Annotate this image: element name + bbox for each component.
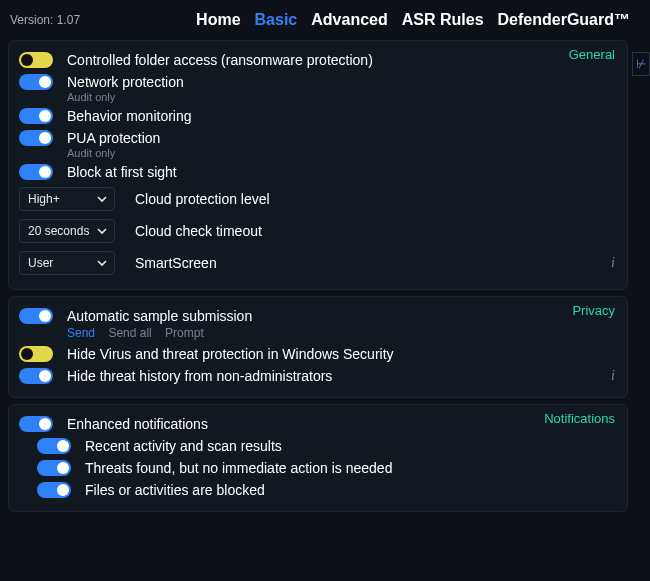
label-enhanced-notifications: Enhanced notifications [67, 416, 208, 432]
toggle-behavior-monitoring[interactable] [19, 108, 53, 124]
auto-submit-sublinks: Send Send all Prompt [67, 326, 617, 340]
toggle-recent-activity[interactable] [37, 438, 71, 454]
label-controlled-folder: Controlled folder access (ransomware pro… [67, 52, 373, 68]
nav-asr-rules[interactable]: ASR Rules [402, 11, 484, 29]
toggle-threats-found[interactable] [37, 460, 71, 476]
nav-home[interactable]: Home [196, 11, 240, 29]
nav-advanced[interactable]: Advanced [311, 11, 387, 29]
version-label: Version: 1.07 [10, 13, 80, 27]
row-smartscreen: User SmartScreen i [19, 247, 617, 279]
row-network-protection: Network protection [19, 71, 617, 93]
label-hide-virus: Hide Virus and threat protection in Wind… [67, 346, 394, 362]
row-block-first-sight: Block at first sight [19, 161, 617, 183]
label-cloud-level: Cloud protection level [135, 191, 270, 207]
row-hide-virus: Hide Virus and threat protection in Wind… [19, 343, 617, 365]
toggle-controlled-folder[interactable] [19, 52, 53, 68]
label-cloud-timeout: Cloud check timeout [135, 223, 262, 239]
row-files-blocked: Files or activities are blocked [19, 479, 617, 501]
label-files-blocked: Files or activities are blocked [85, 482, 265, 498]
main-nav: Home Basic Advanced ASR Rules DefenderGu… [196, 11, 640, 29]
toggle-files-blocked[interactable] [37, 482, 71, 498]
label-network-protection: Network protection [67, 74, 184, 90]
dropdown-cloud-level[interactable]: High+ [19, 187, 115, 211]
side-handle-icon[interactable]: ⊬ [632, 52, 650, 76]
label-threats-found: Threats found, but no immediate action i… [85, 460, 392, 476]
panel-general: General Controlled folder access (ransom… [8, 40, 628, 290]
nav-basic[interactable]: Basic [255, 11, 298, 29]
label-behavior-monitoring: Behavior monitoring [67, 108, 192, 124]
label-smartscreen: SmartScreen [135, 255, 217, 271]
panel-privacy: Privacy Automatic sample submission Send… [8, 296, 628, 398]
content-scroll[interactable]: General Controlled folder access (ransom… [0, 34, 650, 578]
toggle-network-protection[interactable] [19, 74, 53, 90]
nav-defenderguard[interactable]: DefenderGuard™ [498, 11, 630, 29]
toggle-enhanced-notifications[interactable] [19, 416, 53, 432]
row-cloud-level: High+ Cloud protection level [19, 183, 617, 215]
panel-notifications: Notifications Enhanced notifications Rec… [8, 404, 628, 512]
label-recent-activity: Recent activity and scan results [85, 438, 282, 454]
toggle-pua-protection[interactable] [19, 130, 53, 146]
chevron-down-icon [96, 225, 108, 237]
label-pua-protection: PUA protection [67, 130, 160, 146]
label-auto-submit: Automatic sample submission [67, 308, 252, 324]
dropdown-smartscreen-value: User [28, 256, 53, 270]
row-pua-protection: PUA protection [19, 127, 617, 149]
dropdown-smartscreen[interactable]: User [19, 251, 115, 275]
row-enhanced-notifications: Enhanced notifications [19, 413, 617, 435]
row-auto-submit: Automatic sample submission [19, 305, 617, 327]
dropdown-cloud-timeout[interactable]: 20 seconds [19, 219, 115, 243]
row-threats-found: Threats found, but no immediate action i… [19, 457, 617, 479]
link-prompt[interactable]: Prompt [165, 326, 204, 340]
dropdown-cloud-timeout-value: 20 seconds [28, 224, 89, 238]
row-hide-history: Hide threat history from non-administrat… [19, 365, 617, 387]
row-cloud-timeout: 20 seconds Cloud check timeout [19, 215, 617, 247]
info-icon[interactable]: i [611, 255, 615, 271]
chevron-down-icon [96, 193, 108, 205]
topbar: Version: 1.07 Home Basic Advanced ASR Ru… [0, 0, 650, 34]
info-icon[interactable]: i [611, 368, 615, 384]
row-controlled-folder: Controlled folder access (ransomware pro… [19, 49, 617, 71]
toggle-block-first-sight[interactable] [19, 164, 53, 180]
toggle-auto-submit[interactable] [19, 308, 53, 324]
toggle-hide-virus[interactable] [19, 346, 53, 362]
label-hide-history: Hide threat history from non-administrat… [67, 368, 332, 384]
row-behavior-monitoring: Behavior monitoring [19, 105, 617, 127]
toggle-hide-history[interactable] [19, 368, 53, 384]
chevron-down-icon [96, 257, 108, 269]
link-send-all[interactable]: Send all [108, 326, 151, 340]
row-recent-activity: Recent activity and scan results [19, 435, 617, 457]
link-send[interactable]: Send [67, 326, 95, 340]
label-block-first-sight: Block at first sight [67, 164, 177, 180]
dropdown-cloud-level-value: High+ [28, 192, 60, 206]
